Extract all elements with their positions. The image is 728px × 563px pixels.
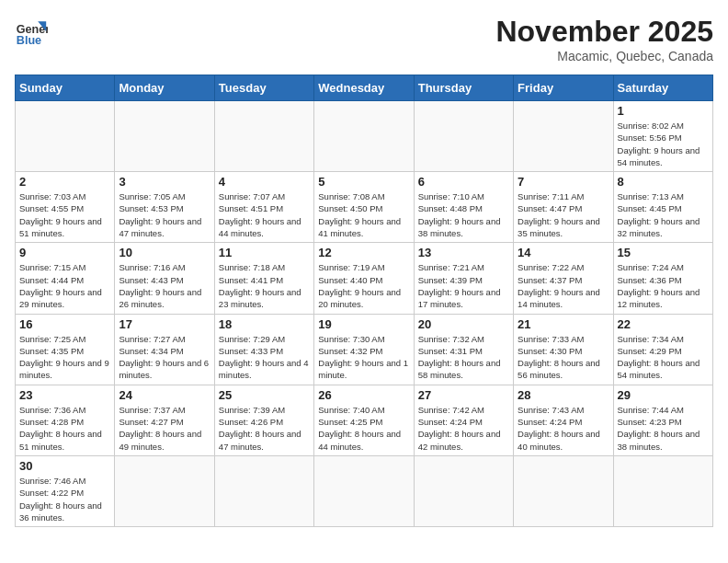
calendar-cell: 16Sunrise: 7:25 AM Sunset: 4:35 PM Dayli… [16, 314, 115, 385]
calendar-cell: 28Sunrise: 7:43 AM Sunset: 4:24 PM Dayli… [514, 385, 613, 455]
day-number: 22 [618, 317, 709, 331]
day-info: Sunrise: 7:10 AM Sunset: 4:48 PM Dayligh… [418, 190, 509, 239]
day-number: 4 [219, 175, 310, 189]
calendar-cell [414, 455, 513, 526]
day-info: Sunrise: 7:43 AM Sunset: 4:24 PM Dayligh… [518, 404, 609, 453]
day-info: Sunrise: 7:37 AM Sunset: 4:27 PM Dayligh… [119, 404, 210, 453]
header-saturday: Saturday [613, 75, 712, 101]
day-info: Sunrise: 7:42 AM Sunset: 4:24 PM Dayligh… [418, 404, 509, 453]
calendar-cell: 6Sunrise: 7:10 AM Sunset: 4:48 PM Daylig… [414, 172, 513, 243]
day-info: Sunrise: 8:02 AM Sunset: 5:56 PM Dayligh… [618, 120, 709, 168]
day-info: Sunrise: 7:29 AM Sunset: 4:33 PM Dayligh… [219, 333, 310, 382]
day-number: 25 [219, 388, 310, 402]
day-number: 26 [318, 388, 409, 402]
day-number: 5 [318, 175, 409, 189]
calendar-cell: 2Sunrise: 7:03 AM Sunset: 4:55 PM Daylig… [16, 172, 115, 243]
calendar-week-4: 16Sunrise: 7:25 AM Sunset: 4:35 PM Dayli… [16, 314, 713, 385]
calendar-cell: 19Sunrise: 7:30 AM Sunset: 4:32 PM Dayli… [314, 314, 414, 385]
calendar-cell: 15Sunrise: 7:24 AM Sunset: 4:36 PM Dayli… [613, 243, 712, 314]
calendar-cell: 17Sunrise: 7:27 AM Sunset: 4:34 PM Dayli… [115, 314, 214, 385]
calendar-cell: 7Sunrise: 7:11 AM Sunset: 4:47 PM Daylig… [514, 172, 613, 243]
calendar-cell [115, 101, 214, 172]
day-number: 23 [19, 388, 110, 402]
calendar-cell: 21Sunrise: 7:33 AM Sunset: 4:30 PM Dayli… [514, 314, 613, 385]
calendar-cell [514, 101, 613, 172]
calendar-cell [115, 455, 214, 526]
calendar-cell: 13Sunrise: 7:21 AM Sunset: 4:39 PM Dayli… [414, 243, 513, 314]
day-info: Sunrise: 7:21 AM Sunset: 4:39 PM Dayligh… [418, 261, 509, 310]
calendar-cell: 8Sunrise: 7:13 AM Sunset: 4:45 PM Daylig… [613, 172, 712, 243]
location-title: Macamic, Quebec, Canada [495, 49, 713, 63]
day-number: 1 [618, 104, 709, 118]
day-number: 30 [19, 459, 110, 473]
day-number: 7 [518, 175, 609, 189]
calendar-cell: 25Sunrise: 7:39 AM Sunset: 4:26 PM Dayli… [214, 385, 313, 455]
calendar-cell: 18Sunrise: 7:29 AM Sunset: 4:33 PM Dayli… [214, 314, 313, 385]
calendar-week-2: 2Sunrise: 7:03 AM Sunset: 4:55 PM Daylig… [16, 172, 713, 243]
month-title: November 2025 [495, 15, 713, 49]
calendar-cell [314, 455, 414, 526]
day-number: 17 [119, 317, 210, 331]
calendar-cell [16, 101, 115, 172]
day-number: 15 [618, 246, 709, 259]
calendar-header-row: SundayMondayTuesdayWednesdayThursdayFrid… [16, 75, 713, 101]
calendar-week-5: 23Sunrise: 7:36 AM Sunset: 4:28 PM Dayli… [16, 385, 713, 455]
svg-text:Blue: Blue [17, 34, 41, 47]
calendar-cell [514, 455, 613, 526]
day-info: Sunrise: 7:07 AM Sunset: 4:51 PM Dayligh… [219, 190, 310, 239]
title-area: November 2025 Macamic, Quebec, Canada [495, 15, 713, 63]
day-number: 19 [318, 317, 409, 331]
day-number: 29 [618, 388, 709, 402]
calendar-cell: 22Sunrise: 7:34 AM Sunset: 4:29 PM Dayli… [613, 314, 712, 385]
day-info: Sunrise: 7:24 AM Sunset: 4:36 PM Dayligh… [618, 261, 709, 310]
day-info: Sunrise: 7:05 AM Sunset: 4:53 PM Dayligh… [119, 190, 210, 239]
page-header: General Blue November 2025 Macamic, Queb… [15, 15, 713, 63]
calendar-cell: 20Sunrise: 7:32 AM Sunset: 4:31 PM Dayli… [414, 314, 513, 385]
calendar-cell: 30Sunrise: 7:46 AM Sunset: 4:22 PM Dayli… [16, 455, 115, 526]
day-info: Sunrise: 7:39 AM Sunset: 4:26 PM Dayligh… [219, 404, 310, 453]
header-wednesday: Wednesday [314, 75, 414, 101]
day-number: 14 [518, 246, 609, 259]
day-info: Sunrise: 7:44 AM Sunset: 4:23 PM Dayligh… [618, 404, 709, 453]
logo-icon: General Blue [15, 15, 48, 48]
calendar-cell [214, 101, 313, 172]
day-number: 6 [418, 175, 509, 189]
header-sunday: Sunday [16, 75, 115, 101]
day-number: 20 [418, 317, 509, 331]
day-number: 3 [119, 175, 210, 189]
day-number: 11 [219, 246, 310, 259]
calendar-cell: 3Sunrise: 7:05 AM Sunset: 4:53 PM Daylig… [115, 172, 214, 243]
calendar-table: SundayMondayTuesdayWednesdayThursdayFrid… [15, 75, 713, 527]
calendar-cell: 4Sunrise: 7:07 AM Sunset: 4:51 PM Daylig… [214, 172, 313, 243]
calendar-cell: 23Sunrise: 7:36 AM Sunset: 4:28 PM Dayli… [16, 385, 115, 455]
calendar-week-6: 30Sunrise: 7:46 AM Sunset: 4:22 PM Dayli… [16, 455, 713, 526]
day-info: Sunrise: 7:32 AM Sunset: 4:31 PM Dayligh… [418, 333, 509, 382]
day-info: Sunrise: 7:27 AM Sunset: 4:34 PM Dayligh… [119, 333, 210, 382]
day-number: 10 [119, 246, 210, 259]
day-number: 27 [418, 388, 509, 402]
day-info: Sunrise: 7:46 AM Sunset: 4:22 PM Dayligh… [19, 475, 110, 523]
calendar-cell [314, 101, 414, 172]
calendar-cell [613, 455, 712, 526]
calendar-cell: 1Sunrise: 8:02 AM Sunset: 5:56 PM Daylig… [613, 101, 712, 172]
day-number: 21 [518, 317, 609, 331]
header-friday: Friday [514, 75, 613, 101]
calendar-cell: 10Sunrise: 7:16 AM Sunset: 4:43 PM Dayli… [115, 243, 214, 314]
day-info: Sunrise: 7:40 AM Sunset: 4:25 PM Dayligh… [318, 404, 409, 453]
calendar-cell: 27Sunrise: 7:42 AM Sunset: 4:24 PM Dayli… [414, 385, 513, 455]
header-monday: Monday [115, 75, 214, 101]
day-number: 18 [219, 317, 310, 331]
day-number: 12 [318, 246, 409, 259]
day-number: 16 [19, 317, 110, 331]
day-info: Sunrise: 7:11 AM Sunset: 4:47 PM Dayligh… [518, 190, 609, 239]
calendar-cell [214, 455, 313, 526]
day-info: Sunrise: 7:33 AM Sunset: 4:30 PM Dayligh… [518, 333, 609, 382]
calendar-cell: 14Sunrise: 7:22 AM Sunset: 4:37 PM Dayli… [514, 243, 613, 314]
calendar-cell: 11Sunrise: 7:18 AM Sunset: 4:41 PM Dayli… [214, 243, 313, 314]
day-info: Sunrise: 7:34 AM Sunset: 4:29 PM Dayligh… [618, 333, 709, 382]
day-info: Sunrise: 7:13 AM Sunset: 4:45 PM Dayligh… [618, 190, 709, 239]
day-info: Sunrise: 7:19 AM Sunset: 4:40 PM Dayligh… [318, 261, 409, 310]
day-info: Sunrise: 7:30 AM Sunset: 4:32 PM Dayligh… [318, 333, 409, 382]
day-info: Sunrise: 7:25 AM Sunset: 4:35 PM Dayligh… [19, 333, 110, 382]
calendar-cell: 5Sunrise: 7:08 AM Sunset: 4:50 PM Daylig… [314, 172, 414, 243]
